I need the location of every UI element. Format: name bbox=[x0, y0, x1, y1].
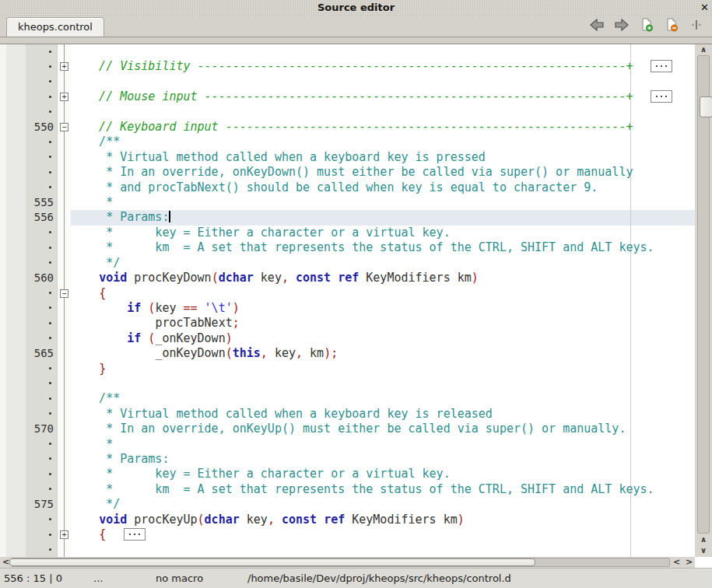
fold-margin bbox=[57, 226, 71, 240]
marks-margin bbox=[0, 44, 26, 59]
marks-margin bbox=[0, 165, 26, 180]
code-line: * Params: bbox=[71, 210, 695, 225]
scroll-down-button[interactable]: ∨ bbox=[695, 545, 712, 556]
code-line: * and procTabNext() should be called whe… bbox=[71, 180, 695, 195]
editor-toolbar bbox=[589, 18, 704, 35]
line-number bbox=[26, 301, 57, 316]
close-icon[interactable]: ✕ bbox=[700, 1, 709, 15]
code-line: if (_onKeyDown) bbox=[71, 331, 695, 346]
code-line: * In an override, onKeyDown() must eithe… bbox=[71, 165, 695, 180]
editor-row: − { bbox=[0, 286, 695, 301]
line-number bbox=[26, 44, 57, 59]
code-line: * key = Either a character or a virtual … bbox=[71, 467, 695, 481]
horizontal-scroll-thumb[interactable] bbox=[9, 558, 535, 566]
fold-margin bbox=[57, 240, 71, 255]
editor-row: /** bbox=[0, 135, 695, 149]
marks-margin bbox=[0, 391, 26, 406]
code-line: procTabNext; bbox=[71, 316, 695, 331]
line-number: 575 bbox=[26, 497, 57, 512]
macro-status: no macro bbox=[156, 572, 203, 584]
code-line: * bbox=[71, 437, 695, 452]
marks-margin bbox=[0, 527, 26, 542]
fold-margin bbox=[57, 165, 71, 180]
line-number bbox=[26, 376, 57, 391]
fold-margin bbox=[57, 150, 71, 165]
line-dot bbox=[49, 261, 51, 264]
fold-expand-toggle[interactable]: + bbox=[60, 93, 68, 101]
fold-ellipsis-box[interactable] bbox=[651, 90, 672, 103]
editor-row: /** bbox=[0, 391, 695, 406]
fold-expand-toggle[interactable]: + bbox=[60, 62, 68, 71]
fold-collapse-toggle[interactable]: − bbox=[60, 123, 68, 131]
line-dot bbox=[49, 322, 51, 324]
code-line: // Visibility --------------------------… bbox=[71, 59, 695, 74]
fold-margin bbox=[57, 180, 71, 195]
line-number bbox=[26, 362, 57, 376]
scroll-right-button[interactable]: > bbox=[683, 557, 695, 568]
marks-margin bbox=[0, 226, 26, 240]
code-line: */ bbox=[71, 256, 695, 271]
editor-row: * Params: bbox=[0, 452, 695, 467]
line-dot bbox=[49, 397, 51, 400]
code-line: /** bbox=[71, 135, 695, 149]
fold-margin: − bbox=[57, 120, 71, 135]
horizontal-scroll-track[interactable] bbox=[11, 558, 670, 567]
fold-margin bbox=[57, 482, 71, 497]
line-dot bbox=[49, 518, 51, 520]
line-dot bbox=[49, 292, 51, 294]
code-line bbox=[71, 44, 695, 59]
splitter-icon bbox=[691, 18, 702, 35]
vertical-scroll-track[interactable] bbox=[697, 55, 710, 534]
line-dot bbox=[49, 534, 51, 536]
editor-row: 565 _onKeyDown(this, key, km); bbox=[0, 346, 695, 361]
scroll-left-button-2[interactable]: < bbox=[671, 557, 682, 568]
line-number: 550 bbox=[26, 120, 57, 135]
vertical-scroll-thumb[interactable] bbox=[700, 96, 712, 117]
fold-margin bbox=[57, 44, 71, 59]
marks-margin bbox=[0, 301, 26, 316]
fold-ellipsis-box[interactable] bbox=[124, 528, 146, 541]
line-dot bbox=[49, 110, 51, 113]
line-dot bbox=[49, 488, 51, 490]
code-line: { bbox=[71, 286, 695, 301]
marks-margin bbox=[0, 316, 26, 331]
scroll-up-button-2[interactable]: ∧ bbox=[695, 534, 712, 545]
split-view-button[interactable] bbox=[689, 19, 704, 34]
editor-row bbox=[0, 376, 695, 391]
fold-margin bbox=[57, 301, 71, 316]
fold-margin: + bbox=[57, 527, 71, 542]
line-dot bbox=[49, 337, 51, 339]
line-dot bbox=[49, 473, 51, 475]
marks-margin bbox=[0, 542, 26, 557]
vertical-scrollbar[interactable]: ∧ ∧ ∨ bbox=[695, 44, 712, 557]
editor-row: + // Visibility ------------------------… bbox=[0, 59, 695, 74]
editor-row: 556 * Params: bbox=[0, 210, 695, 225]
fold-margin bbox=[57, 135, 71, 149]
fold-collapse-toggle[interactable]: − bbox=[60, 289, 68, 298]
fold-ellipsis-box[interactable] bbox=[651, 60, 672, 72]
editor-row: 550− // Keyboard input -----------------… bbox=[0, 120, 695, 135]
source-editor[interactable]: + // Visibility ------------------------… bbox=[0, 44, 712, 568]
code-line: void procKeyDown(dchar key, const ref Ke… bbox=[71, 271, 695, 285]
close-document-button[interactable] bbox=[664, 19, 679, 34]
status-dots: ... bbox=[93, 572, 103, 584]
marks-margin bbox=[0, 120, 26, 135]
editor-row: * km = A set that represents the status … bbox=[0, 240, 695, 255]
marks-margin bbox=[0, 407, 26, 422]
editor-row bbox=[0, 75, 695, 89]
go-forward-button[interactable] bbox=[614, 19, 630, 34]
line-dot bbox=[49, 51, 51, 53]
tab-kheops-control[interactable]: kheops.control bbox=[6, 17, 104, 37]
scroll-up-button[interactable]: ∧ bbox=[695, 44, 712, 55]
new-document-button[interactable] bbox=[639, 19, 654, 34]
line-number bbox=[26, 180, 57, 195]
fold-margin: + bbox=[57, 89, 71, 104]
line-number: 570 bbox=[26, 422, 57, 436]
line-number: 560 bbox=[26, 271, 57, 285]
horizontal-scrollbar[interactable]: < < > bbox=[0, 557, 695, 568]
editor-row: * km = A set that represents the status … bbox=[0, 482, 695, 497]
fold-expand-toggle[interactable]: + bbox=[60, 530, 68, 539]
marks-margin bbox=[0, 150, 26, 165]
go-back-button[interactable] bbox=[589, 19, 605, 34]
fold-margin bbox=[57, 75, 71, 89]
